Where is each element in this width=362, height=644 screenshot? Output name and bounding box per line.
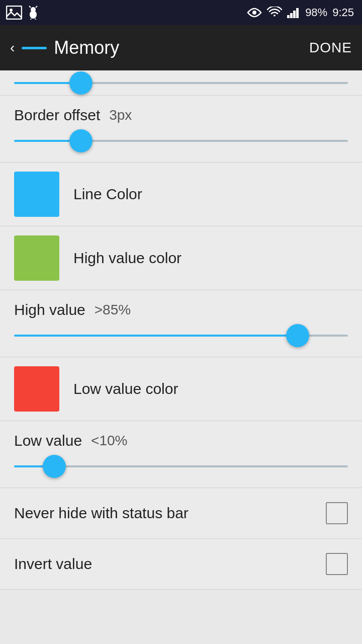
high-value-row: High value >85%: [0, 290, 362, 357]
status-right-icons: 98% 9:25: [247, 6, 354, 19]
svg-line-4: [29, 6, 31, 8]
line-color-label: Line Color: [73, 186, 142, 203]
svg-rect-9: [287, 15, 290, 18]
signal-icon: [287, 7, 300, 18]
page-title: Memory: [54, 37, 119, 58]
high-value-value: >85%: [95, 302, 131, 318]
invert-value-checkbox[interactable]: [326, 553, 348, 575]
high-value-title: High value >85%: [14, 301, 348, 318]
invert-value-row[interactable]: Invert value: [0, 539, 362, 590]
border-offset-slider-container: [14, 131, 348, 151]
line-color-swatch: [14, 172, 59, 217]
low-value-title: Low value <10%: [14, 432, 348, 449]
status-bar: 98% 9:25: [0, 0, 362, 25]
never-hide-row[interactable]: Never hide with status bar: [0, 488, 362, 539]
top-partial-slider: [0, 73, 362, 93]
status-bar-left-icons: [6, 6, 40, 20]
border-offset-thumb[interactable]: [69, 129, 93, 152]
high-value-fill: [14, 335, 298, 337]
low-value-value: <10%: [91, 433, 127, 449]
high-value-track: [14, 335, 348, 337]
image-icon: [6, 6, 22, 20]
low-value-color-swatch: [14, 366, 59, 412]
top-partial-thumb[interactable]: [69, 71, 93, 95]
low-value-thumb[interactable]: [43, 455, 66, 478]
wifi-icon: [267, 7, 282, 19]
high-value-thumb[interactable]: [286, 324, 309, 347]
border-offset-track: [14, 140, 348, 142]
low-value-row: Low value <10%: [0, 421, 362, 488]
svg-point-8: [252, 11, 256, 15]
border-offset-value: 3px: [109, 107, 132, 123]
never-hide-checkbox[interactable]: [326, 502, 348, 524]
svg-rect-10: [290, 13, 293, 18]
border-offset-title: Border offset 3px: [14, 107, 348, 124]
app-bar-line-decoration: [22, 47, 47, 49]
high-value-label: High value: [14, 301, 85, 318]
svg-rect-0: [7, 6, 22, 19]
border-offset-label: Border offset: [14, 107, 100, 124]
svg-line-5: [36, 6, 37, 8]
time-display: 9:25: [332, 6, 354, 19]
svg-line-7: [35, 19, 36, 20]
low-value-color-label: Low value color: [73, 380, 178, 397]
high-value-slider-container: [14, 326, 348, 346]
low-value-track: [14, 465, 348, 467]
top-partial-row: [0, 70, 362, 96]
high-value-color-label: High value color: [73, 250, 182, 267]
app-bar: ‹ Memory DONE: [0, 25, 362, 70]
svg-rect-12: [296, 8, 299, 18]
line-color-row[interactable]: Line Color: [0, 163, 362, 226]
svg-line-6: [31, 19, 31, 20]
low-value-label: Low value: [14, 432, 82, 449]
high-value-color-row[interactable]: High value color: [0, 226, 362, 290]
invert-value-label: Invert value: [14, 555, 92, 573]
back-icon[interactable]: ‹: [10, 40, 15, 56]
eye-icon: [247, 7, 262, 18]
top-partial-track: [14, 82, 348, 84]
animal-icon: [26, 6, 40, 20]
high-value-color-swatch: [14, 235, 59, 281]
border-offset-row: Border offset 3px: [0, 96, 362, 163]
low-value-slider-container: [14, 456, 348, 476]
app-bar-left: ‹ Memory: [10, 37, 119, 58]
never-hide-label: Never hide with status bar: [14, 505, 189, 522]
battery-level: 98%: [305, 6, 327, 19]
done-button[interactable]: DONE: [309, 40, 352, 56]
svg-point-3: [31, 7, 36, 12]
svg-rect-11: [293, 11, 296, 18]
low-value-color-row[interactable]: Low value color: [0, 357, 362, 421]
svg-point-1: [10, 9, 13, 12]
